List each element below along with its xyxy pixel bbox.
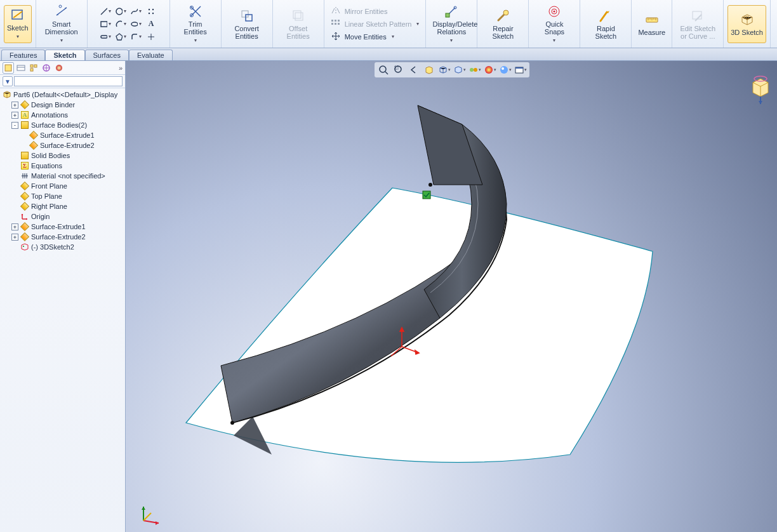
- dropdown-arrow-icon[interactable]: ▾: [553, 37, 555, 44]
- 3d-sketch-icon: 3D: [740, 12, 755, 27]
- filter-icon[interactable]: ▼: [3, 76, 13, 86]
- surface-feature-icon: [20, 222, 29, 231]
- measure-button[interactable]: Measure: [635, 5, 668, 43]
- section-view-icon[interactable]: [423, 63, 435, 76]
- dimxpert-tab-icon[interactable]: [41, 62, 52, 74]
- quick-snaps-button[interactable]: Quick Snaps ▾: [533, 3, 576, 46]
- move-entities-button[interactable]: Move Entities: [328, 31, 422, 43]
- surface-feature-icon: [20, 232, 29, 241]
- line-tool-icon[interactable]: [100, 6, 111, 17]
- tree-3d-sketch[interactable]: (-) 3DSketch2: [10, 242, 125, 252]
- tree-surface-extrude2-body[interactable]: Surface-Extrude2: [19, 140, 125, 150]
- ribbon-group-offset: Offset Entities: [273, 0, 324, 48]
- tree-root[interactable]: Part6 (Default<<Default>_Display: [1, 90, 125, 100]
- render-tab-icon[interactable]: [53, 62, 65, 74]
- polygon-tool-icon[interactable]: [115, 31, 126, 43]
- svg-point-40: [380, 66, 386, 72]
- smart-dimension-button[interactable]: Smart Dimension ▾: [40, 3, 83, 46]
- tree-right-plane[interactable]: Right Plane: [10, 201, 125, 211]
- tree-front-plane[interactable]: Front Plane: [10, 181, 125, 191]
- tree-solid-bodies[interactable]: Solid Bodies: [10, 150, 125, 161]
- svg-point-4: [149, 8, 150, 10]
- feature-tree-tab-icon[interactable]: [3, 62, 14, 74]
- text-tool-icon[interactable]: A: [145, 18, 157, 30]
- measure-icon: [644, 12, 660, 27]
- dropdown-arrow-icon[interactable]: ▾: [60, 37, 63, 44]
- expand-icon[interactable]: +: [11, 102, 18, 109]
- slot-tool-icon[interactable]: [100, 31, 111, 43]
- config-tab-icon[interactable]: [28, 62, 39, 74]
- sketch-endpoint[interactable]: [230, 421, 234, 425]
- tree-origin[interactable]: Origin: [10, 211, 125, 222]
- tree-equations[interactable]: Σ Equations: [10, 161, 125, 171]
- scene-icon[interactable]: [499, 63, 512, 76]
- tree-feature-extrude1[interactable]: + Surface-Extrude1: [10, 222, 125, 232]
- spline-tool-icon[interactable]: [130, 6, 142, 17]
- 3d-sketch-label: 3D Sketch: [731, 29, 763, 36]
- tree-annotations[interactable]: + A Annotations: [10, 110, 125, 120]
- filter-input[interactable]: [14, 76, 123, 86]
- tab-features[interactable]: Features: [1, 50, 45, 60]
- dropdown-arrow-icon[interactable]: ▾: [450, 37, 453, 44]
- zoom-fit-icon[interactable]: [377, 63, 390, 76]
- annotations-icon: A: [20, 110, 29, 119]
- snaps-icon: [547, 4, 562, 19]
- zoom-area-icon[interactable]: [392, 63, 405, 76]
- hide-show-icon[interactable]: [468, 63, 481, 76]
- tree-material[interactable]: Material <not specified>: [10, 171, 125, 181]
- property-tab-icon[interactable]: [15, 62, 27, 74]
- expand-icon[interactable]: +: [11, 112, 18, 119]
- relation-marker[interactable]: [423, 191, 430, 199]
- expand-icon[interactable]: +: [11, 234, 18, 241]
- 3d-sketch-button[interactable]: 3D 3D Sketch: [727, 5, 766, 43]
- ribbon-group-3dsketch: 3D 3D Sketch: [724, 0, 771, 48]
- measure-label: Measure: [638, 29, 665, 36]
- repair-sketch-button[interactable]: Repair Sketch: [481, 5, 524, 43]
- view-orientation-icon[interactable]: [438, 63, 451, 76]
- part-icon: [3, 90, 11, 99]
- appearance-icon[interactable]: [484, 63, 496, 76]
- sketch-button[interactable]: Sketch ▾: [4, 5, 32, 43]
- svg-point-47: [500, 66, 508, 74]
- tree-surface-bodies[interactable]: - Surface Bodies(2): [10, 120, 125, 130]
- collapse-icon[interactable]: -: [11, 122, 18, 129]
- fillet-tool-icon[interactable]: [130, 31, 142, 43]
- dropdown-arrow-icon[interactable]: ▾: [194, 37, 197, 44]
- tree-top-plane[interactable]: Top Plane: [10, 191, 125, 201]
- rapid-sketch-button[interactable]: Rapid Sketch: [584, 5, 627, 43]
- 3d-viewport[interactable]: [126, 61, 777, 532]
- prev-view-icon[interactable]: [408, 63, 420, 76]
- ribbon-group-snaps: Quick Snaps ▾: [529, 0, 580, 48]
- convert-entities-button[interactable]: Convert Entities: [225, 5, 269, 43]
- tree-design-binder[interactable]: + Design Binder: [10, 100, 125, 110]
- svg-point-67: [23, 246, 24, 247]
- sketch-endpoint[interactable]: [428, 183, 432, 187]
- tree-feature-extrude2[interactable]: + Surface-Extrude2: [10, 232, 125, 242]
- display-style-icon[interactable]: [453, 63, 466, 76]
- svg-rect-51: [5, 65, 11, 71]
- tree-surface-extrude1-body[interactable]: Surface-Extrude1: [19, 130, 125, 140]
- dropdown-arrow-icon[interactable]: ▾: [17, 33, 19, 41]
- svg-rect-50: [515, 67, 523, 69]
- expand-icon[interactable]: +: [11, 223, 18, 230]
- tab-sketch[interactable]: Sketch: [45, 50, 84, 60]
- surface-icon: [29, 141, 38, 150]
- arc-tool-icon[interactable]: [115, 18, 126, 30]
- points-tool-icon[interactable]: [145, 6, 157, 17]
- tab-surfaces[interactable]: Surfaces: [85, 50, 129, 60]
- origin-icon: [20, 212, 29, 221]
- trim-entities-button[interactable]: Trim Entities ▾: [174, 3, 217, 46]
- feature-tree[interactable]: Part6 (Default<<Default>_Display + Desig…: [0, 88, 125, 532]
- sidebar-tab-strip: »: [0, 61, 125, 75]
- circle-tool-icon[interactable]: [115, 6, 126, 17]
- sidebar-collapse-icon[interactable]: »: [119, 64, 123, 72]
- ellipse-tool-icon[interactable]: [130, 18, 142, 30]
- svg-point-3: [116, 8, 123, 15]
- display-relations-button[interactable]: Display/Delete Relations ▾: [430, 3, 473, 46]
- rectangle-tool-icon[interactable]: [100, 18, 111, 30]
- tab-evaluate[interactable]: Evaluate: [129, 50, 173, 60]
- point-tool-icon[interactable]: [145, 31, 157, 43]
- view-settings-icon[interactable]: [514, 63, 527, 76]
- ribbon-group-convert: Convert Entities: [222, 0, 273, 48]
- context-gizmo[interactable]: [748, 74, 773, 105]
